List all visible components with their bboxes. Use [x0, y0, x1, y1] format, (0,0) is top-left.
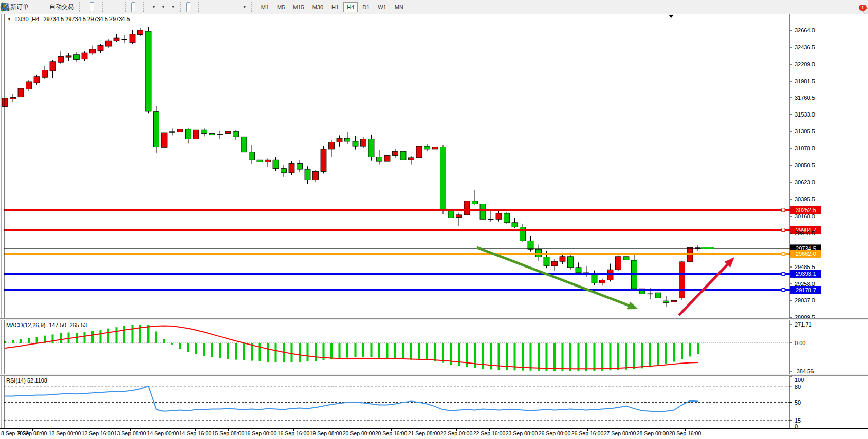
down-candle	[241, 137, 247, 152]
time-axis-label: 16 Sep 00:00	[245, 430, 276, 436]
time-axis-tick	[359, 429, 359, 431]
down-candle	[400, 151, 406, 160]
down-candle	[201, 130, 207, 133]
price-chart-pane[interactable]: 30252.529984.729734.529662.029393.129178…	[0, 14, 868, 319]
candlestick-chart-button[interactable]	[90, 2, 94, 12]
cursor-button[interactable]	[186, 2, 190, 12]
svg-text:0.00: 0.00	[795, 340, 805, 346]
market-watch-button[interactable]	[32, 2, 36, 12]
svg-text:31533.0: 31533.0	[795, 111, 815, 118]
zoom-in-button[interactable]	[108, 2, 112, 12]
down-candle	[281, 169, 287, 173]
up-candle	[289, 163, 294, 172]
time-axis-tick	[620, 429, 620, 431]
down-candle	[472, 201, 478, 204]
line-handle[interactable]	[782, 208, 785, 212]
equidistant-channel-button[interactable]: E	[219, 2, 224, 12]
timeframe-button-M30[interactable]: M30	[309, 2, 327, 12]
up-candle	[58, 56, 64, 62]
macd-pane[interactable]: 271.710.00-384.56	[0, 320, 868, 374]
down-candle	[305, 169, 310, 180]
up-candle	[496, 213, 502, 219]
templates-button[interactable]: ▼	[169, 2, 177, 12]
line-handle[interactable]	[782, 272, 785, 275]
indicators-button[interactable]: ▼	[149, 2, 158, 12]
svg-text:0: 0	[795, 423, 798, 428]
svg-text:30168.0: 30168.0	[795, 213, 815, 219]
down-candle	[424, 146, 430, 149]
tile-windows-button[interactable]	[118, 2, 122, 12]
text-label-button[interactable]: T	[235, 2, 239, 12]
time-axis-tick	[685, 429, 686, 431]
collapse-arrow-icon[interactable]: ▼	[7, 17, 11, 22]
timeframe-button-MN[interactable]: MN	[391, 2, 407, 12]
timeframe-button-W1[interactable]: W1	[374, 2, 390, 12]
timeframe-button-M1[interactable]: M1	[257, 2, 272, 12]
down-candle	[592, 275, 597, 283]
down-candle	[209, 133, 215, 135]
strategy-tester-button[interactable]	[37, 2, 41, 12]
down-candle	[233, 131, 239, 137]
time-axis-label: 12 Sep 16:00	[82, 430, 114, 436]
toolbar-grip	[125, 2, 129, 12]
timeframe-button-M5[interactable]: M5	[273, 2, 288, 12]
bar-chart-button[interactable]	[85, 2, 89, 12]
symbol-period-label: DJ30-,H4	[15, 16, 39, 22]
time-axis-label: 15 Sep 08:00	[212, 430, 244, 436]
fibonacci-button[interactable]: F	[225, 2, 229, 12]
text-button[interactable]: A	[230, 2, 234, 12]
timeframe-button-H4[interactable]: H4	[343, 2, 358, 12]
trendline-button[interactable]	[214, 2, 218, 12]
toolbar-grip	[102, 2, 106, 12]
up-candle	[456, 215, 462, 218]
up-candle	[225, 131, 231, 133]
up-candle	[671, 300, 677, 302]
time-axis-label: 12 Sep 00:00	[49, 430, 81, 436]
timeframe-button-M15[interactable]: M15	[289, 2, 307, 12]
svg-text:32209.0: 32209.0	[795, 61, 815, 67]
auto-trading-button[interactable]: 自动交易	[47, 2, 76, 12]
vertical-line-button[interactable]	[204, 2, 208, 12]
new-order-button[interactable]: 新订单	[8, 2, 31, 12]
svg-text:30395.5: 30395.5	[795, 196, 815, 202]
up-candle	[560, 257, 565, 261]
signals-button[interactable]	[42, 2, 46, 12]
up-candle	[90, 49, 96, 53]
up-candle	[616, 257, 621, 270]
line-handle[interactable]	[782, 252, 785, 255]
up-candle	[26, 82, 32, 89]
svg-text:29258.0: 29258.0	[795, 281, 815, 287]
up-candle	[82, 53, 87, 59]
ohlc-values: 29734.5 29734.5 29734.5 29734.5	[43, 16, 130, 22]
svg-text:100: 100	[795, 377, 804, 383]
down-candle	[576, 268, 581, 273]
horizontal-line-button[interactable]	[209, 2, 213, 12]
down-candle	[154, 112, 159, 147]
time-axis-label: 26 Sep 00:00	[539, 430, 570, 436]
chart-area[interactable]: 30252.529984.729734.529662.029393.129178…	[0, 14, 868, 439]
rsi-pane[interactable]: 1008050150	[0, 376, 868, 428]
arrows-tool-button[interactable]: ▼	[240, 2, 249, 12]
up-candle	[50, 62, 56, 71]
periods-button[interactable]: ▼	[159, 2, 168, 12]
line-handle[interactable]	[782, 228, 785, 232]
timeframe-button-H1[interactable]: H1	[328, 2, 342, 12]
zoom-out-button[interactable]	[113, 2, 117, 12]
toolbar-grip	[180, 2, 184, 12]
up-candle	[138, 30, 143, 35]
line-handle[interactable]	[782, 289, 785, 292]
up-candle	[18, 88, 24, 97]
time-axis-label: 20 Sep 16:00	[375, 430, 407, 436]
timeframe-button-D1[interactable]: D1	[359, 2, 373, 12]
down-candle	[440, 147, 446, 209]
search-icon[interactable]	[0, 3, 9, 11]
time-axis-tick	[424, 429, 424, 431]
line-chart-button[interactable]	[95, 2, 99, 12]
svg-text:29393.1: 29393.1	[796, 271, 816, 277]
auto-scroll-button[interactable]	[131, 2, 135, 12]
crosshair-button[interactable]	[191, 2, 195, 12]
chart-shift-button[interactable]	[136, 2, 140, 12]
svg-text:31305.5: 31305.5	[795, 128, 815, 135]
svg-text:80: 80	[795, 384, 801, 390]
time-axis[interactable]: 8 Sep 20229 Sep 08:0012 Sep 00:0012 Sep …	[0, 428, 868, 439]
